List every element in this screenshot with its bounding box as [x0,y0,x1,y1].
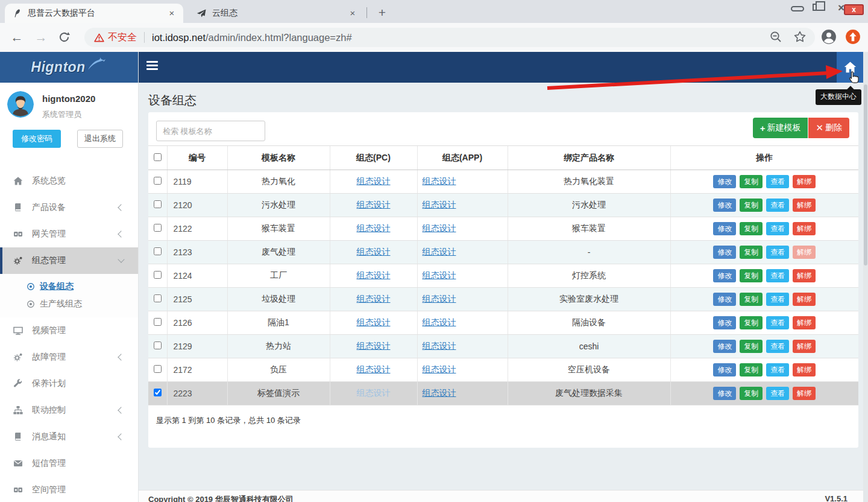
pc-config-link[interactable]: 组态设计 [357,176,391,186]
copy-button[interactable]: 复制 [740,363,763,376]
edit-button[interactable]: 修改 [713,340,736,353]
pc-config-link[interactable]: 组态设计 [357,317,391,327]
tab-active[interactable]: 思普云大数据平台 × [5,4,183,23]
back-icon[interactable]: ← [10,30,24,45]
unbind-button[interactable]: 解绑 [793,387,816,400]
sidebar-item[interactable]: 网关管理 [0,221,138,247]
sidebar-item[interactable]: 故障管理 [0,344,138,370]
app-config-link[interactable]: 组态设计 [423,223,456,233]
sidebar-item[interactable]: 视频管理 [0,317,138,344]
row-checkbox[interactable] [154,318,162,326]
copy-button[interactable]: 复制 [740,387,763,400]
pc-config-link[interactable]: 组态设计 [357,341,391,351]
sidebar-item[interactable]: 消息通知 [0,424,138,450]
view-button[interactable]: 查看 [766,269,789,282]
copy-button[interactable]: 复制 [740,175,763,188]
view-button[interactable]: 查看 [766,293,789,306]
search-input[interactable] [156,121,265,141]
view-button[interactable]: 查看 [766,175,789,188]
sidebar-item[interactable]: 保养计划 [0,370,138,397]
view-button[interactable]: 查看 [766,340,789,353]
unbind-button[interactable]: 解绑 [793,363,816,376]
row-checkbox[interactable] [154,200,162,208]
sidebar-item[interactable]: 组态管理 [0,247,138,274]
minimize-icon[interactable] [791,6,804,11]
view-button[interactable]: 查看 [766,387,789,400]
logout-button[interactable]: 退出系统 [77,130,123,148]
sidebar-subitem[interactable]: 生产线组态 [0,295,138,313]
app-config-link[interactable]: 组态设计 [423,364,456,374]
row-checkbox[interactable] [154,342,162,349]
row-checkbox[interactable] [154,389,162,396]
copy-button[interactable]: 复制 [740,246,763,259]
app-config-link[interactable]: 组态设计 [423,294,456,303]
edit-button[interactable]: 修改 [713,246,736,259]
change-password-button[interactable]: 修改密码 [13,130,61,148]
app-config-link[interactable]: 组态设计 [423,388,456,398]
edit-button[interactable]: 修改 [713,387,736,400]
view-button[interactable]: 查看 [766,222,789,235]
select-all-checkbox[interactable] [154,153,162,161]
unbind-button[interactable]: 解绑 [793,175,816,188]
page-scrollbar[interactable] [863,52,868,502]
app-config-link[interactable]: 组态设计 [423,341,456,351]
view-button[interactable]: 查看 [766,363,789,376]
profile-avatar-icon[interactable] [821,29,837,45]
pc-config-link[interactable]: 组态设计 [357,364,391,374]
unbind-button[interactable]: 解绑 [793,316,816,329]
pc-config-link[interactable]: 组态设计 [357,247,391,256]
browser-update-icon[interactable] [845,29,861,45]
row-checkbox[interactable] [154,294,162,302]
tab-close-icon[interactable]: × [347,8,358,19]
new-tab-button[interactable]: + [374,5,391,22]
security-warning[interactable]: 不安全 [94,31,137,44]
row-checkbox[interactable] [154,365,162,373]
edit-button[interactable]: 修改 [713,199,736,212]
edit-button[interactable]: 修改 [713,269,736,282]
sidebar-subitem[interactable]: 设备组态 [0,278,138,295]
zoom-out-icon[interactable] [769,30,782,43]
copy-button[interactable]: 复制 [740,340,763,353]
app-config-link[interactable]: 组态设计 [423,317,456,327]
unbind-button[interactable]: 解绑 [793,340,816,353]
hamburger-menu-icon[interactable] [146,61,158,70]
tab-inactive[interactable]: 云组态 × [189,4,364,23]
view-button[interactable]: 查看 [766,246,789,259]
sidebar-item[interactable]: 空间管理 [0,477,138,502]
copy-button[interactable]: 复制 [740,222,763,235]
edit-button[interactable]: 修改 [713,293,736,306]
edit-button[interactable]: 修改 [713,363,736,376]
unbind-button[interactable]: 解绑 [793,293,816,306]
sidebar-item[interactable]: 短信管理 [0,450,138,477]
row-checkbox[interactable] [154,224,162,232]
pc-config-link[interactable]: 组态设计 [357,294,391,303]
view-button[interactable]: 查看 [766,199,789,212]
unbind-button[interactable]: 解绑 [793,246,816,259]
pc-config-link[interactable]: 组态设计 [357,200,391,209]
unbind-button[interactable]: 解绑 [793,222,816,235]
edit-button[interactable]: 修改 [713,222,736,235]
edit-button[interactable]: 修改 [713,175,736,188]
row-checkbox[interactable] [154,271,162,279]
copy-button[interactable]: 复制 [740,269,763,282]
row-checkbox[interactable] [154,247,162,255]
copy-button[interactable]: 复制 [740,199,763,212]
reload-icon[interactable] [58,31,72,45]
tab-close-icon[interactable]: × [166,8,177,19]
unbind-button[interactable]: 解绑 [793,269,816,282]
pc-config-link[interactable]: 组态设计 [357,223,391,233]
app-config-link[interactable]: 组态设计 [423,176,456,186]
sidebar-item[interactable]: 产品设备 [0,194,138,221]
app-config-link[interactable]: 组态设计 [423,270,456,280]
sidebar-item[interactable]: 联动控制 [0,397,138,424]
copy-button[interactable]: 复制 [740,316,763,329]
view-button[interactable]: 查看 [766,316,789,329]
pc-config-link[interactable]: 组态设计 [357,270,391,280]
scrollbar-thumb[interactable] [864,84,867,265]
edit-button[interactable]: 修改 [713,316,736,329]
pc-config-link[interactable]: 组态设计 [357,388,391,398]
new-template-button[interactable]: +新建模板 [753,118,808,138]
unbind-button[interactable]: 解绑 [793,199,816,212]
app-config-link[interactable]: 组态设计 [423,247,456,256]
app-config-link[interactable]: 组态设计 [423,200,456,209]
